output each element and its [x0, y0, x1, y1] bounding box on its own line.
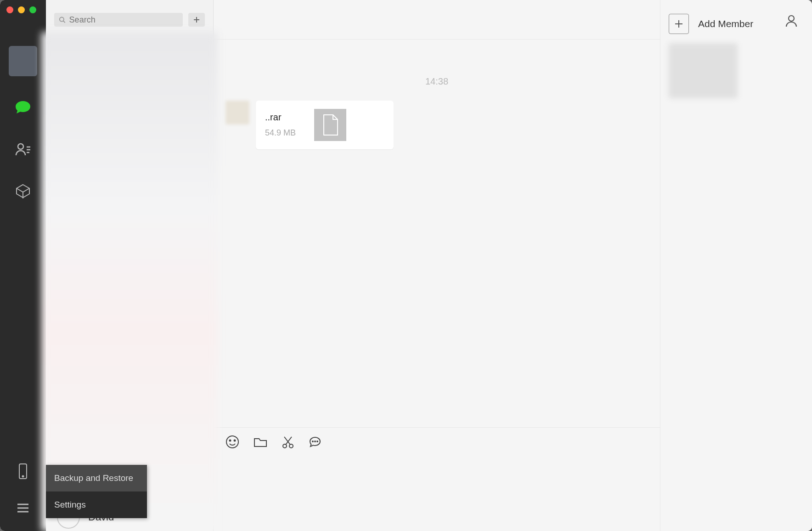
sender-avatar[interactable] — [226, 101, 249, 124]
chat-area: 14:38 ..rar 54.9 MB — [214, 0, 660, 531]
contacts-tab-icon[interactable] — [14, 141, 32, 159]
svg-point-0 — [18, 144, 23, 149]
svg-line-10 — [63, 21, 65, 23]
menu-item-backup-restore[interactable]: Backup and Restore — [46, 465, 147, 491]
file-size: 54.9 MB — [265, 128, 296, 138]
sidebar-top-bar — [46, 0, 213, 32]
file-info: ..rar 54.9 MB — [265, 112, 296, 138]
add-member-label: Add Member — [698, 18, 753, 29]
chat-input-area[interactable] — [214, 458, 660, 531]
svg-line-19 — [284, 437, 290, 445]
minimize-window-button[interactable] — [18, 6, 25, 13]
search-icon — [59, 16, 66, 23]
chat-header — [214, 0, 660, 40]
file-name: ..rar — [265, 112, 296, 123]
scissors-icon[interactable] — [282, 435, 294, 451]
file-icon — [314, 109, 346, 141]
add-member-button[interactable] — [669, 14, 689, 34]
more-icon[interactable] — [308, 435, 322, 451]
chat-messages: 14:38 ..rar 54.9 MB — [214, 40, 660, 427]
svg-point-5 — [23, 476, 24, 477]
collections-tab-icon[interactable] — [14, 182, 32, 200]
plus-icon — [193, 16, 200, 23]
member-avatar[interactable] — [669, 43, 738, 98]
svg-point-13 — [226, 436, 238, 448]
folder-icon[interactable] — [253, 435, 268, 451]
new-chat-button[interactable] — [188, 13, 205, 27]
phone-tab-icon[interactable] — [14, 462, 32, 480]
app-window: Backup and Restore Settings David 14:38 — [0, 0, 812, 531]
message-row: ..rar 54.9 MB — [226, 101, 651, 149]
menu-icon[interactable] — [14, 499, 32, 517]
chat-list-sidebar: David — [46, 0, 214, 531]
profile-icon[interactable] — [784, 14, 798, 29]
svg-point-20 — [312, 441, 313, 442]
svg-point-22 — [317, 441, 318, 442]
main-area: 14:38 ..rar 54.9 MB — [214, 0, 812, 531]
search-input[interactable] — [69, 15, 178, 25]
search-box[interactable] — [54, 13, 183, 27]
close-window-button[interactable] — [6, 6, 13, 13]
emoji-icon[interactable] — [226, 435, 239, 451]
svg-point-25 — [789, 16, 794, 21]
maximize-window-button[interactable] — [29, 6, 36, 13]
chat-list[interactable] — [41, 32, 218, 531]
nav-sidebar — [0, 0, 46, 531]
user-avatar[interactable] — [9, 46, 37, 76]
svg-point-14 — [230, 440, 231, 441]
svg-point-21 — [315, 441, 316, 442]
svg-line-18 — [286, 437, 292, 445]
chat-input-toolbar — [214, 427, 660, 458]
add-member-row: Add Member — [669, 14, 804, 34]
svg-point-9 — [60, 17, 64, 22]
file-attachment[interactable]: ..rar 54.9 MB — [256, 101, 394, 149]
right-panel: Add Member — [660, 0, 812, 531]
window-traffic-lights — [6, 6, 36, 13]
svg-point-15 — [234, 440, 236, 441]
menu-item-settings[interactable]: Settings — [46, 491, 147, 518]
context-menu: Backup and Restore Settings — [46, 465, 147, 518]
chats-tab-icon[interactable] — [14, 99, 32, 118]
message-timestamp: 14:38 — [223, 76, 651, 87]
plus-icon — [674, 19, 684, 29]
